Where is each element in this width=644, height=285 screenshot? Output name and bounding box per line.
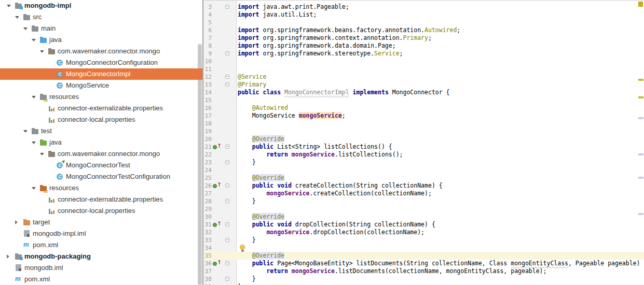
- fold-marker-icon[interactable]: [225, 82, 229, 87]
- tree-item[interactable]: target: [0, 217, 202, 228]
- code-line[interactable]: 36↑ public Page<MongoBaseEntity> listDoc…: [204, 260, 644, 267]
- code-line[interactable]: 18: [204, 120, 644, 127]
- stripe-mark-usage[interactable]: [638, 117, 643, 119]
- tree-item[interactable]: mongodb-impl.iml: [0, 228, 202, 239]
- code-line[interactable]: 26↑ public void createCollection(String …: [204, 182, 644, 190]
- chevron-down-icon[interactable]: [7, 5, 11, 7]
- tree-item[interactable]: pom.xml: [0, 239, 202, 251]
- tree-item[interactable]: resources: [0, 91, 202, 103]
- chevron-down-icon[interactable]: [15, 16, 19, 19]
- override-marker-icon[interactable]: ↑: [213, 222, 221, 228]
- code-line[interactable]: 16 @Autowired: [204, 104, 644, 112]
- code-line[interactable]: 22 return mongoService.listCollections()…: [204, 151, 644, 159]
- code-line[interactable]: 25 @Override: [204, 174, 644, 182]
- code-line[interactable]: 10: [204, 58, 644, 65]
- fold-marker-icon[interactable]: [225, 199, 229, 203]
- tree-item[interactable]: mongodb-packaging: [0, 251, 202, 262]
- fold-marker-icon[interactable]: [225, 145, 229, 149]
- tree-item[interactable]: MongoConnectorTest: [0, 160, 202, 171]
- tree-item[interactable]: java: [0, 34, 202, 46]
- code-line[interactable]: 27 mongoService.createCollection(collect…: [204, 190, 644, 197]
- tree-item[interactable]: connector-local.properties: [0, 114, 202, 125]
- tree-item[interactable]: connector-externalizable.properties: [0, 103, 202, 114]
- code-line[interactable]: 3import java.awt.print.Pageable;: [204, 3, 644, 11]
- fold-marker-icon[interactable]: [225, 222, 229, 226]
- code-line[interactable]: 15: [204, 96, 644, 104]
- fold-marker-icon[interactable]: [225, 277, 229, 281]
- override-marker-icon[interactable]: ↑: [213, 261, 221, 267]
- stripe-mark-warning[interactable]: [638, 96, 643, 98]
- tree-item[interactable]: connector-externalizable.properties: [0, 194, 202, 205]
- code-line[interactable]: 34: [204, 244, 644, 252]
- tree-item[interactable]: com.wavemaker.connector.mongo: [0, 46, 202, 57]
- tree-item[interactable]: MongoConnectorImpl: [0, 68, 202, 80]
- stripe-mark-usage[interactable]: [638, 177, 643, 179]
- tree-item[interactable]: MongoConnectorConfiguration: [0, 57, 202, 68]
- override-marker-icon[interactable]: ↑: [213, 144, 221, 150]
- code-line[interactable]: 23 }: [204, 159, 644, 166]
- code-line[interactable]: 6import org.springframework.beans.factor…: [204, 26, 644, 34]
- fold-marker-icon[interactable]: [225, 160, 229, 164]
- code-line[interactable]: 17 MongoService mongoService;: [204, 112, 644, 120]
- tree-item[interactable]: MongoConnectorTestConfiguration: [0, 171, 202, 182]
- fold-marker-icon[interactable]: [225, 75, 229, 79]
- code-line[interactable]: 29: [204, 205, 644, 213]
- chevron-down-icon[interactable]: [32, 96, 36, 98]
- tree-item[interactable]: src: [0, 11, 202, 23]
- stripe-mark-usage[interactable]: [638, 153, 643, 155]
- tree-item[interactable]: mongodb.iml: [0, 262, 202, 274]
- chevron-down-icon[interactable]: [40, 153, 44, 155]
- chevron-right-icon[interactable]: [15, 220, 18, 224]
- code-line[interactable]: 21↑ public List<String> listCollections(…: [204, 143, 644, 151]
- chevron-down-icon[interactable]: [23, 27, 28, 30]
- code-line[interactable]: 7import org.springframework.context.anno…: [204, 34, 644, 42]
- code-line[interactable]: 35 @Override: [204, 252, 644, 260]
- chevron-down-icon[interactable]: [40, 50, 44, 53]
- tree-item[interactable]: mongodb-impl: [0, 0, 202, 11]
- stripe-mark-usage[interactable]: [638, 213, 643, 215]
- fold-marker-icon[interactable]: [225, 183, 229, 188]
- code-line[interactable]: 28 }: [204, 197, 644, 205]
- code-line[interactable]: 20 @Override: [204, 135, 644, 143]
- code-line[interactable]: 4import java.util.List;: [204, 11, 644, 19]
- stripe-mark-warning[interactable]: [638, 79, 643, 81]
- code-line[interactable]: 33 }: [204, 236, 644, 244]
- code-line[interactable]: 37 return mongoService.listDocuments(col…: [204, 267, 644, 275]
- chevron-down-icon[interactable]: [23, 130, 28, 133]
- override-marker-icon[interactable]: ↑: [213, 183, 221, 189]
- tree-item[interactable]: resources: [0, 182, 202, 194]
- code-line[interactable]: 32 mongoService.dropCollection(collectio…: [204, 229, 644, 236]
- code-line[interactable]: 9import org.springframework.stereotype.S…: [204, 50, 644, 58]
- fold-marker-icon[interactable]: [225, 5, 229, 9]
- chevron-down-icon[interactable]: [32, 39, 36, 41]
- chevron-down-icon[interactable]: [32, 141, 36, 144]
- code-line[interactable]: 8import org.springframework.data.domain.…: [204, 42, 644, 50]
- code-line[interactable]: 13@Primary: [204, 81, 644, 89]
- code-line[interactable]: 38 }: [204, 275, 644, 283]
- tree-item[interactable]: MongoService: [0, 80, 202, 91]
- code-line[interactable]: 19: [204, 127, 644, 135]
- tree-item[interactable]: com.wavemaker.connector.mongo: [0, 148, 202, 160]
- code-line[interactable]: 14public class MongoConnectorImpl implem…: [204, 89, 644, 96]
- tree-item[interactable]: main: [0, 23, 202, 34]
- fold-marker-icon[interactable]: [225, 261, 229, 265]
- code-line[interactable]: 5: [204, 19, 644, 26]
- tree-item[interactable]: connector-local.properties: [0, 205, 202, 217]
- resources-test-icon: [39, 184, 48, 192]
- tree-item[interactable]: java: [0, 137, 202, 148]
- chevron-down-icon[interactable]: [32, 187, 36, 190]
- tree-item[interactable]: pom.xml: [0, 274, 202, 285]
- code-line[interactable]: 11: [204, 65, 644, 73]
- chevron-right-icon[interactable]: [7, 254, 9, 259]
- inspection-status-indicator[interactable]: [638, 2, 643, 7]
- tree-item[interactable]: test: [0, 125, 202, 137]
- code-line[interactable]: 30 @Override: [204, 213, 644, 221]
- fold-marker-icon[interactable]: [225, 51, 229, 55]
- fold-marker-icon[interactable]: [225, 238, 229, 242]
- code-line[interactable]: 24: [204, 166, 644, 174]
- code-line[interactable]: 12@Service: [204, 73, 644, 81]
- code-line[interactable]: 31↑ public void dropCollection(String co…: [204, 221, 644, 229]
- code-line[interactable]: 39}: [204, 283, 644, 285]
- intention-bulb-icon[interactable]: [240, 245, 245, 251]
- tree-scrollbar[interactable]: [198, 44, 202, 285]
